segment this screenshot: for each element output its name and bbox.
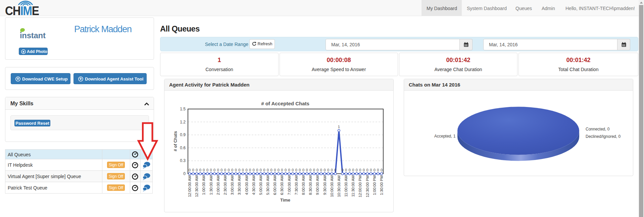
svg-text:0: 0	[356, 168, 358, 172]
svg-text:1:00:00 PM: 1:00:00 PM	[373, 175, 377, 195]
svg-text:0: 0	[295, 168, 297, 172]
svg-text:1.2: 1.2	[180, 120, 186, 124]
svg-text:0: 0	[341, 168, 343, 172]
svg-text:0: 0	[228, 168, 230, 172]
svg-text:0: 0	[210, 168, 212, 172]
svg-text:9:30:00 AM: 9:30:00 AM	[323, 175, 327, 195]
svg-text:1: 1	[338, 125, 340, 129]
svg-text:2:00:00 AM: 2:00:00 AM	[216, 175, 220, 195]
svg-text:0: 0	[278, 168, 280, 172]
svg-text:4:30:00 AM: 4:30:00 AM	[252, 175, 256, 195]
svg-text:12:30:00 PM: 12:30:00 PM	[365, 175, 369, 197]
svg-text:0: 0	[192, 168, 194, 172]
svg-text:0: 0	[349, 168, 351, 172]
svg-text:6:30:00 AM: 6:30:00 AM	[280, 175, 284, 195]
svg-text:0: 0	[199, 168, 201, 172]
svg-text:6:00:00 AM: 6:00:00 AM	[273, 175, 277, 195]
svg-text:0: 0	[359, 168, 361, 172]
svg-text:0: 0	[249, 168, 251, 172]
svg-text:# of Accepted Chats: # of Accepted Chats	[261, 101, 309, 106]
svg-text:9:00:00 AM: 9:00:00 AM	[315, 175, 319, 195]
svg-text:7:00:00 AM: 7:00:00 AM	[287, 175, 291, 195]
svg-text:8:00:00 AM: 8:00:00 AM	[301, 175, 305, 195]
svg-text:12:30:00 AM: 12:30:00 AM	[195, 175, 199, 197]
svg-text:0.9: 0.9	[180, 132, 186, 137]
svg-text:Declined/Ignored, 0: Declined/Ignored, 0	[586, 134, 621, 139]
svg-text:0: 0	[327, 168, 329, 172]
svg-text:Connected, 0: Connected, 0	[586, 127, 610, 131]
svg-text:0: 0	[253, 168, 255, 172]
svg-text:0: 0	[242, 168, 244, 172]
svg-text:0: 0	[381, 168, 383, 172]
svg-text:0: 0	[324, 168, 326, 172]
svg-text:12:00:00 PM: 12:00:00 PM	[358, 175, 362, 197]
svg-text:# of Chats: # of Chats	[173, 131, 178, 151]
svg-text:0.6: 0.6	[180, 146, 186, 150]
svg-text:0: 0	[306, 168, 308, 172]
svg-text:0: 0	[189, 168, 191, 172]
svg-text:0: 0	[313, 168, 315, 172]
svg-text:0: 0	[245, 168, 247, 172]
svg-text:0: 0	[299, 168, 301, 172]
svg-text:7:30:00 AM: 7:30:00 AM	[294, 175, 298, 195]
svg-text:3:30:00 AM: 3:30:00 AM	[237, 175, 241, 195]
svg-text:0: 0	[281, 168, 283, 172]
svg-text:Accepted, 1: Accepted, 1	[434, 134, 456, 139]
svg-text:0: 0	[370, 168, 372, 172]
svg-text:0: 0	[274, 168, 276, 172]
svg-text:0: 0	[288, 168, 290, 172]
svg-text:0: 0	[316, 168, 318, 172]
svg-text:0.3: 0.3	[180, 158, 186, 163]
svg-text:0: 0	[224, 168, 226, 172]
svg-text:10:00:00 AM: 10:00:00 AM	[330, 175, 334, 197]
svg-text:0: 0	[235, 168, 237, 172]
svg-text:Time: Time	[280, 198, 290, 203]
svg-text:0: 0	[213, 168, 215, 172]
svg-text:0: 0	[263, 168, 265, 172]
svg-text:0: 0	[220, 168, 222, 172]
svg-text:0: 0	[334, 168, 336, 172]
svg-text:5:00:00 AM: 5:00:00 AM	[259, 175, 263, 195]
svg-text:0: 0	[302, 168, 304, 172]
svg-text:11:00:00 AM: 11:00:00 AM	[344, 175, 348, 197]
svg-text:0: 0	[206, 168, 208, 172]
svg-text:0: 0	[183, 171, 186, 176]
svg-text:0: 0	[256, 168, 258, 172]
svg-text:0: 0	[363, 168, 365, 172]
svg-text:3:00:00 AM: 3:00:00 AM	[230, 175, 234, 195]
svg-text:0: 0	[366, 168, 368, 172]
svg-text:2:30:00 AM: 2:30:00 AM	[223, 175, 227, 195]
svg-text:0: 0	[292, 168, 294, 172]
svg-text:12:00:00 AM: 12:00:00 AM	[188, 175, 192, 197]
svg-text:8:30:00 AM: 8:30:00 AM	[308, 175, 312, 195]
svg-text:0: 0	[267, 168, 269, 172]
svg-text:0: 0	[238, 168, 240, 172]
svg-text:0: 0	[320, 168, 322, 172]
svg-text:0: 0	[374, 168, 376, 172]
svg-text:0: 0	[217, 168, 219, 172]
svg-text:1:30:00 PM: 1:30:00 PM	[380, 175, 384, 195]
svg-text:0: 0	[285, 168, 287, 172]
svg-text:0: 0	[260, 168, 262, 172]
svg-text:0: 0	[196, 168, 198, 172]
svg-text:0: 0	[377, 168, 379, 172]
svg-text:1:00:00 AM: 1:00:00 AM	[202, 175, 206, 195]
svg-text:11:30:00 AM: 11:30:00 AM	[351, 175, 355, 197]
svg-text:0: 0	[331, 168, 333, 172]
svg-text:1:30:00 AM: 1:30:00 AM	[209, 175, 213, 195]
svg-text:4:00:00 AM: 4:00:00 AM	[245, 175, 249, 195]
svg-text:1.5: 1.5	[180, 107, 186, 111]
svg-text:0: 0	[345, 168, 347, 172]
svg-text:0: 0	[352, 168, 354, 172]
svg-text:0: 0	[231, 168, 233, 172]
svg-text:0: 0	[203, 168, 205, 172]
svg-text:5:30:00 AM: 5:30:00 AM	[266, 175, 270, 195]
svg-text:0: 0	[309, 168, 311, 172]
svg-text:0: 0	[270, 168, 273, 172]
svg-text:10:30:00 AM: 10:30:00 AM	[337, 175, 341, 197]
